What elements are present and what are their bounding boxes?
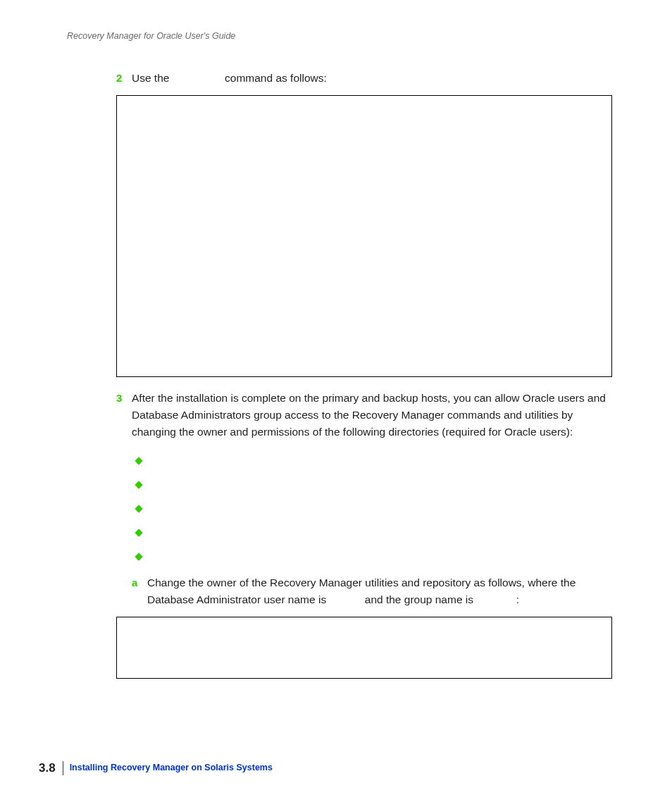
page-footer: 3.8 Installing Recovery Manager on Solar… [39,759,273,777]
bullet-item [136,526,612,536]
page: Recovery Manager for Oracle User's Guide… [0,0,672,807]
bullet-item [136,479,612,488]
bullet-item [136,503,612,512]
step-3: 3 After the installation is complete on … [116,390,612,441]
page-number: 3.8 [39,759,56,777]
footer-section-title: Installing Recovery Manager on Solaris S… [70,761,273,775]
bullet-list [136,455,612,560]
substep-a: a Change the owner of the Recovery Manag… [132,574,612,608]
text-fragment: command as follows: [225,72,327,84]
substep-body: Change the owner of the Recovery Manager… [147,574,612,608]
step-body: After the installation is complete on th… [132,390,612,441]
bullet-item [136,455,612,464]
code-box [116,95,612,377]
step-2: 2 Use the command as follows: [116,70,612,87]
step-number: 3 [116,390,132,441]
running-header: Recovery Manager for Oracle User's Guide [67,30,612,43]
text-fragment: Change the owner of the Recovery Manager… [147,577,575,605]
text-fragment: and the group name is [365,593,477,605]
footer-separator [63,761,63,775]
step-number: 2 [116,70,132,87]
code-box [116,617,612,679]
bullet-item [136,550,612,560]
text-fragment: : [516,593,519,605]
substep-letter: a [132,574,147,608]
step-body: Use the command as follows: [132,70,612,87]
text-fragment: Use the [132,72,173,84]
